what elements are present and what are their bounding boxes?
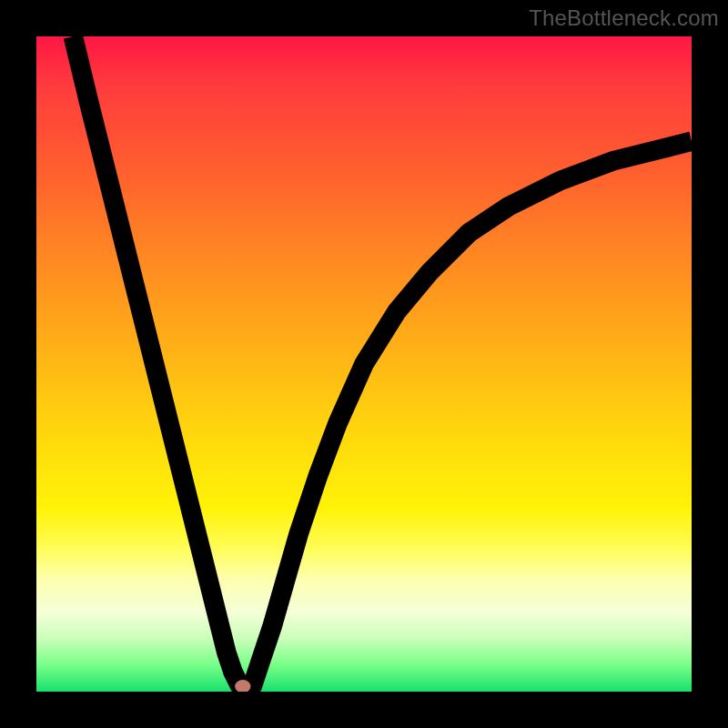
chart-container: TheBottleneck.com [0, 0, 728, 728]
plot-outer-frame: TheBottleneck.com [0, 0, 728, 728]
bottleneck-curve-svg [36, 36, 692, 692]
bottleneck-curve [73, 36, 692, 692]
plot-area [36, 36, 692, 692]
watermark-text: TheBottleneck.com [529, 5, 719, 31]
